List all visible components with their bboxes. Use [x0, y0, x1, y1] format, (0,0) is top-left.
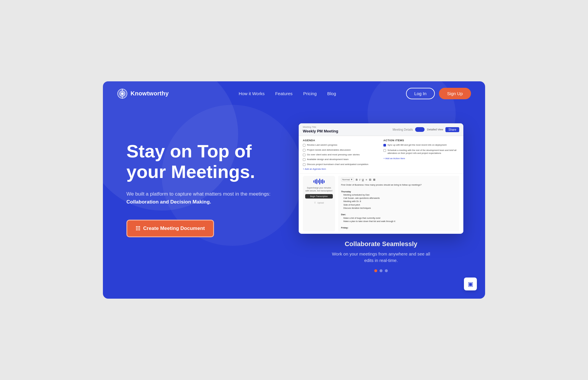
- hero-title: Stay on Top of your Meetings.: [126, 141, 291, 182]
- logo-area[interactable]: Knowtworthy: [117, 88, 169, 99]
- upload-icon: ⇧: [314, 201, 316, 204]
- wave-bar-4: [318, 180, 319, 183]
- nav-link-pricing[interactable]: Pricing: [303, 91, 317, 96]
- mockup-agenda-cb-5[interactable]: [303, 163, 305, 166]
- signup-button[interactable]: Sign Up: [439, 88, 471, 99]
- mockup-underline-button[interactable]: U: [362, 178, 364, 181]
- wave-bar-8: [324, 180, 325, 183]
- mockup-indent-button[interactable]: ⊞: [373, 178, 375, 181]
- logo-text: Knowtworthy: [131, 90, 169, 97]
- navbar: Knowtworthy How it Works Features Pricin…: [103, 81, 485, 106]
- mockup-dan-item-1: Make a list of bugs that currently exist: [341, 216, 456, 220]
- nav-link-how-it-works[interactable]: How it Works: [239, 91, 265, 96]
- mockup-action-cb-2[interactable]: [383, 149, 386, 152]
- mockup-thursday-label: Thursday: [341, 190, 351, 193]
- hero-right: Meeting Title Weekly PM Meeting Meeting …: [291, 123, 471, 275]
- mockup-thursday-item-4: Side-of-foot pitch: [341, 203, 456, 206]
- mockup-thursday-item-5: Discuss iteration techniques: [341, 206, 456, 210]
- svg-point-2: [121, 93, 123, 95]
- wave-bar-3: [316, 179, 317, 184]
- mockup-detailed-view-label: Detailed View: [427, 128, 443, 131]
- mockup-waveform: [313, 178, 325, 185]
- mockup-agenda-item-5: Discuss project burndown chart and antic…: [303, 163, 379, 166]
- dot-1[interactable]: [374, 269, 377, 272]
- mockup-audio-panel: Supercharge your minutes with secure, li…: [303, 176, 335, 231]
- wave-bar-5: [319, 179, 320, 184]
- mockup-action-item-2: Schedule a meeting with the rest of the …: [383, 149, 459, 155]
- app-mockup: Meeting Title Weekly PM Meeting Meeting …: [299, 123, 463, 233]
- mockup-agenda-cb-4[interactable]: [303, 158, 305, 161]
- dots-indicator: [328, 269, 434, 272]
- create-meeting-button[interactable]: ☷ Create Meeting Document: [126, 220, 214, 237]
- mockup-agenda: Agenda Review Last week's progress Proje…: [303, 139, 379, 170]
- mockup-agenda-item-1: Review Last week's progress: [303, 144, 379, 147]
- mockup-header-right: Meeting Details Detailed View Share: [393, 127, 459, 132]
- mockup-agenda-text-5: Discuss project burndown chart and antic…: [307, 163, 368, 166]
- mockup-thursday-item-3: Meeting with Dr. 8: [341, 200, 456, 203]
- login-button[interactable]: Log In: [406, 88, 435, 99]
- collab-description: Work on your meetings from anywhere and …: [328, 251, 434, 264]
- wave-bar-6: [321, 180, 322, 183]
- mockup-agenda-title: Agenda: [303, 139, 379, 142]
- mockup-friday-label: Friday:: [341, 226, 456, 229]
- mockup-action-item-1: Sync up with Bill and get the most recen…: [383, 144, 459, 147]
- hero-section: Stay on Top of your Meetings. We built a…: [103, 106, 485, 298]
- hero-subtitle: We built a platform to capture what matt…: [126, 190, 291, 206]
- mockup-agenda-item-4: Available design and development team: [303, 158, 379, 161]
- mockup-agenda-text-4: Available design and development team: [307, 158, 349, 161]
- document-icon: ☷: [136, 225, 140, 232]
- mockup-breadcrumb-area: Meeting Title Weekly PM Meeting: [303, 126, 338, 133]
- collab-title: Collaborate Seamlessly: [328, 240, 434, 248]
- wave-bar-7: [322, 179, 323, 184]
- page-wrapper: Knowtworthy How it Works Features Pricin…: [103, 81, 485, 298]
- mockup-toggle[interactable]: [415, 127, 425, 132]
- mockup-breadcrumb: Meeting Title: [303, 126, 338, 128]
- mockup-add-agenda-link[interactable]: + Add an Agenda Item: [303, 168, 379, 170]
- dot-3[interactable]: [385, 269, 388, 272]
- mockup-agenda-text-1: Review Last week's progress: [307, 144, 337, 147]
- mockup-header: Meeting Title Weekly PM Meeting Meeting …: [299, 123, 463, 136]
- mockup-italic-button[interactable]: I: [359, 178, 360, 181]
- mockup-bold-button[interactable]: B: [356, 178, 358, 181]
- wave-bar-1: [313, 180, 314, 183]
- mockup-action-text-1: Sync up with Bill and get the most recen…: [387, 144, 447, 147]
- wave-bar-2: [315, 179, 316, 184]
- hero-left: Stay on Top of your Meetings. We built a…: [126, 123, 291, 237]
- mockup-action-items: Action Items Sync up with Bill and get t…: [383, 139, 459, 170]
- mockup-meeting-title: Weekly PM Meeting: [303, 129, 338, 133]
- mockup-agenda-cb-3[interactable]: [303, 154, 305, 156]
- mockup-notes-first-order: First Order of Business: How many proxie…: [341, 183, 456, 186]
- mockup-text-style-select[interactable]: Normal ▼: [341, 178, 354, 181]
- mockup-agenda-text-3: Go over client asks and most pressing us…: [307, 153, 360, 156]
- mockup-list-button[interactable]: ≡: [365, 178, 367, 181]
- mockup-agenda-cb-1[interactable]: [303, 144, 305, 147]
- mockup-action-cb-1[interactable]: [383, 144, 386, 147]
- mockup-action-text-2: Schedule a meeting with the rest of the …: [387, 149, 459, 155]
- nav-link-features[interactable]: Features: [275, 91, 293, 96]
- mockup-transcription-desc: Supercharge your minutes with secure, li…: [305, 186, 333, 192]
- mockup-agenda-cb-2[interactable]: [303, 149, 305, 152]
- logo-icon: [117, 88, 128, 99]
- collab-section: Collaborate Seamlessly Work on your meet…: [328, 240, 434, 272]
- dot-2[interactable]: [380, 269, 382, 272]
- nav-link-blog[interactable]: Blog: [327, 91, 336, 96]
- mockup-transcription-area: Supercharge your minutes with secure, li…: [299, 173, 463, 234]
- mockup-notes-dan: Dan: Make a list of bugs that currently …: [341, 213, 456, 223]
- hero-subtitle-bold: Collaboration and Decision Making.: [126, 199, 211, 205]
- nav-links: How it Works Features Pricing Blog: [239, 91, 336, 96]
- mockup-begin-transcription-button[interactable]: Begin Transcription: [305, 194, 333, 199]
- mockup-dan-item-2: Make a plan to take down that list and w…: [341, 220, 456, 223]
- mockup-ordered-list-button[interactable]: ⊟: [369, 178, 371, 181]
- mockup-upload-label: Upload: [317, 202, 324, 204]
- mockup-notes-content[interactable]: First Order of Business: How many proxie…: [341, 183, 456, 230]
- mockup-body: Agenda Review Last week's progress Proje…: [299, 136, 463, 173]
- mockup-dan-label: Dan:: [341, 213, 346, 216]
- mockup-thursday-item-1: Meeting scheduled by Dan: [341, 193, 456, 196]
- mockup-share-button[interactable]: Share: [445, 127, 459, 132]
- mockup-add-action-link[interactable]: + Add an Action Item: [383, 157, 459, 160]
- mockup-toolbar: Normal ▼ B I U ≡ ⊟ ⊞: [341, 178, 456, 181]
- nav-actions: Log In Sign Up: [406, 88, 471, 99]
- hero-subtitle-text: We built a platform to capture what matt…: [126, 191, 270, 197]
- mockup-actions-title: Action Items: [383, 139, 459, 142]
- mockup-upload-area: ⇧ Upload: [314, 201, 324, 204]
